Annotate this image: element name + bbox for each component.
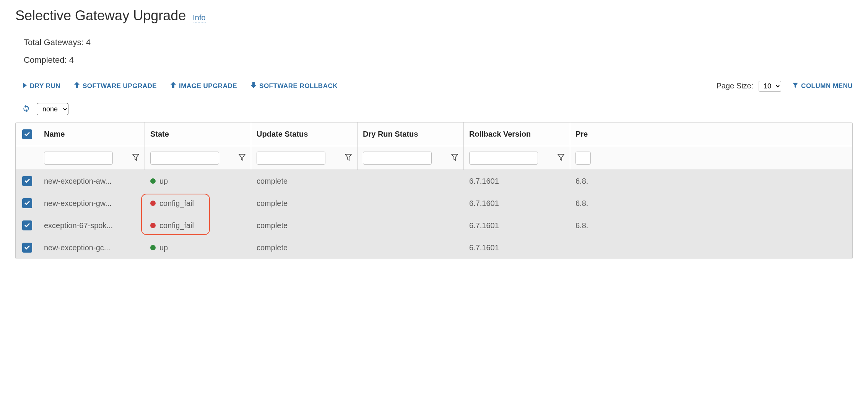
- table-header: Name State Update Status Dry Run Status …: [16, 122, 852, 146]
- total-gateways-counter: Total Gateways: 4: [24, 38, 853, 47]
- filter-dry-run-status-input[interactable]: [363, 152, 432, 165]
- table-row[interactable]: new-exception-aw... up complete 6.7.1601…: [16, 170, 852, 192]
- completed-counter: Completed: 4: [24, 55, 853, 65]
- row-checkbox[interactable]: [22, 243, 32, 253]
- col-state-header[interactable]: State: [150, 130, 169, 139]
- software-upgrade-label: SOFTWARE UPGRADE: [83, 82, 157, 90]
- table-row[interactable]: new-exception-gc... up complete 6.7.1601: [16, 237, 852, 259]
- total-gateways-value: 4: [86, 38, 91, 47]
- filter-rollback-version-input[interactable]: [469, 152, 538, 165]
- row-pre: 6.8.: [575, 199, 588, 208]
- filter-state-input[interactable]: [150, 152, 219, 165]
- arrow-down-icon: [251, 82, 256, 90]
- filter-name-input[interactable]: [44, 152, 113, 165]
- row-rollback-version: 6.7.1601: [469, 221, 499, 230]
- refresh-interval-select[interactable]: none: [37, 103, 68, 115]
- status-dot-icon: [150, 223, 156, 228]
- refresh-button[interactable]: [22, 104, 30, 114]
- page-title: Selective Gateway Upgrade: [15, 8, 186, 24]
- col-update-status-header[interactable]: Update Status: [257, 130, 308, 139]
- funnel-icon[interactable]: [558, 154, 564, 162]
- funnel-icon[interactable]: [132, 154, 139, 162]
- row-checkbox[interactable]: [22, 220, 32, 230]
- status-dot-icon: [150, 245, 156, 250]
- row-update-status: complete: [257, 177, 288, 186]
- arrow-up-icon: [74, 82, 80, 90]
- row-name: new-exception-aw...: [44, 177, 112, 186]
- completed-label: Completed:: [24, 55, 67, 65]
- software-upgrade-button[interactable]: SOFTWARE UPGRADE: [73, 80, 158, 91]
- image-upgrade-button[interactable]: IMAGE UPGRADE: [170, 80, 238, 91]
- row-rollback-version: 6.7.1601: [469, 177, 499, 186]
- page-size-select[interactable]: 10: [759, 81, 781, 91]
- funnel-icon: [793, 82, 798, 90]
- dry-run-label: DRY RUN: [30, 82, 60, 90]
- page-size-label: Page Size:: [716, 82, 753, 90]
- row-rollback-version: 6.7.1601: [469, 243, 499, 252]
- table-row[interactable]: new-exception-gw... config_fail complete…: [16, 192, 852, 214]
- image-upgrade-label: IMAGE UPGRADE: [179, 82, 237, 90]
- row-update-status: complete: [257, 221, 288, 230]
- gateways-table: Name State Update Status Dry Run Status …: [15, 122, 853, 259]
- table-row[interactable]: exception-67-spok... config_fail complet…: [16, 214, 852, 237]
- funnel-icon[interactable]: [345, 154, 352, 162]
- column-menu-label: COLUMN MENU: [801, 82, 853, 90]
- status-dot-icon: [150, 178, 156, 184]
- row-checkbox[interactable]: [22, 198, 32, 208]
- row-name: new-exception-gc...: [44, 243, 110, 252]
- info-link[interactable]: Info: [193, 13, 205, 23]
- filter-pre-input[interactable]: [575, 152, 591, 165]
- row-update-status: complete: [257, 243, 288, 252]
- col-rollback-version-header[interactable]: Rollback Version: [469, 130, 531, 139]
- row-name: exception-67-spok...: [44, 221, 113, 230]
- select-all-checkbox[interactable]: [22, 129, 32, 139]
- completed-value: 4: [69, 55, 74, 65]
- row-state: up: [159, 177, 168, 186]
- row-pre: 6.8.: [575, 177, 588, 186]
- row-pre: 6.8.: [575, 221, 588, 230]
- total-gateways-label: Total Gateways:: [24, 38, 84, 47]
- dry-run-button[interactable]: DRY RUN: [22, 81, 61, 91]
- row-name: new-exception-gw...: [44, 199, 112, 208]
- funnel-icon[interactable]: [451, 154, 458, 162]
- row-state: config_fail: [159, 199, 194, 208]
- row-rollback-version: 6.7.1601: [469, 199, 499, 208]
- row-checkbox[interactable]: [22, 176, 32, 186]
- arrow-up-icon: [171, 82, 176, 90]
- col-dry-run-status-header[interactable]: Dry Run Status: [363, 130, 418, 139]
- status-dot-icon: [150, 201, 156, 206]
- row-update-status: complete: [257, 199, 288, 208]
- filter-update-status-input[interactable]: [257, 152, 325, 165]
- col-name-header[interactable]: Name: [44, 130, 65, 139]
- row-state: config_fail: [159, 221, 194, 230]
- software-rollback-label: SOFTWARE ROLLBACK: [259, 82, 338, 90]
- play-icon: [23, 82, 27, 90]
- software-rollback-button[interactable]: SOFTWARE ROLLBACK: [250, 80, 338, 91]
- row-state: up: [159, 243, 168, 252]
- column-menu-button[interactable]: COLUMN MENU: [793, 82, 853, 90]
- funnel-icon[interactable]: [239, 154, 245, 162]
- table-filter-row: [16, 146, 852, 170]
- col-pre-header[interactable]: Pre: [575, 130, 588, 139]
